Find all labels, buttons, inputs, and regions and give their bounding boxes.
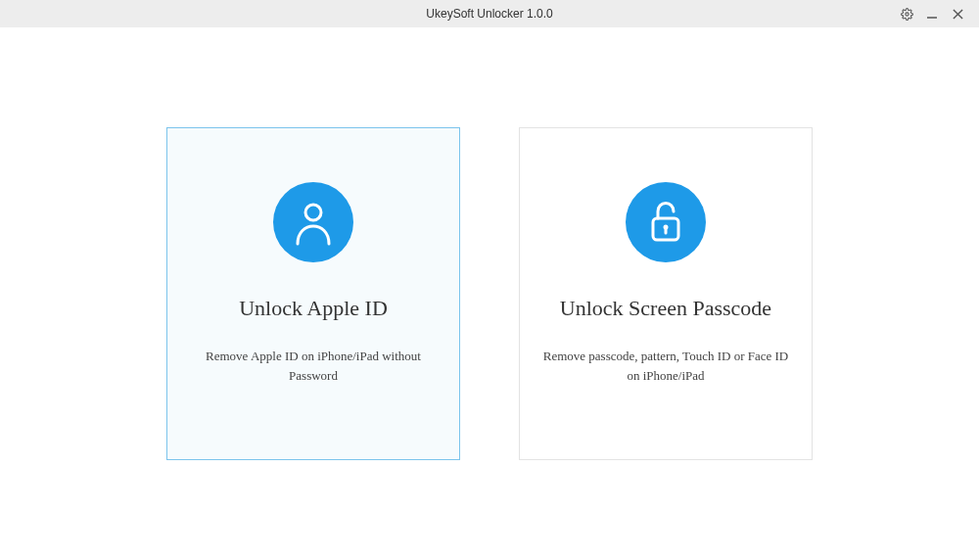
unlock-screen-passcode-card[interactable]: Unlock Screen Passcode Remove passcode, …: [519, 127, 813, 460]
option-desc: Remove Apple ID on iPhone/iPad without P…: [167, 347, 459, 385]
option-desc: Remove passcode, pattern, Touch ID or Fa…: [520, 347, 812, 385]
svg-point-0: [905, 12, 908, 15]
option-title: Unlock Apple ID: [239, 296, 388, 321]
unlock-apple-id-card[interactable]: Unlock Apple ID Remove Apple ID on iPhon…: [166, 127, 460, 460]
svg-point-4: [305, 205, 321, 220]
window-title: UkeySoft Unlocker 1.0.0: [0, 7, 979, 21]
close-icon[interactable]: [950, 6, 965, 22]
lock-icon: [626, 182, 706, 262]
titlebar-controls: [899, 0, 979, 27]
settings-icon[interactable]: [899, 6, 914, 22]
minimize-icon[interactable]: [924, 6, 940, 22]
person-icon: [273, 182, 353, 262]
titlebar: UkeySoft Unlocker 1.0.0: [0, 0, 979, 27]
option-title: Unlock Screen Passcode: [560, 296, 771, 321]
main-content: Unlock Apple ID Remove Apple ID on iPhon…: [0, 27, 979, 560]
